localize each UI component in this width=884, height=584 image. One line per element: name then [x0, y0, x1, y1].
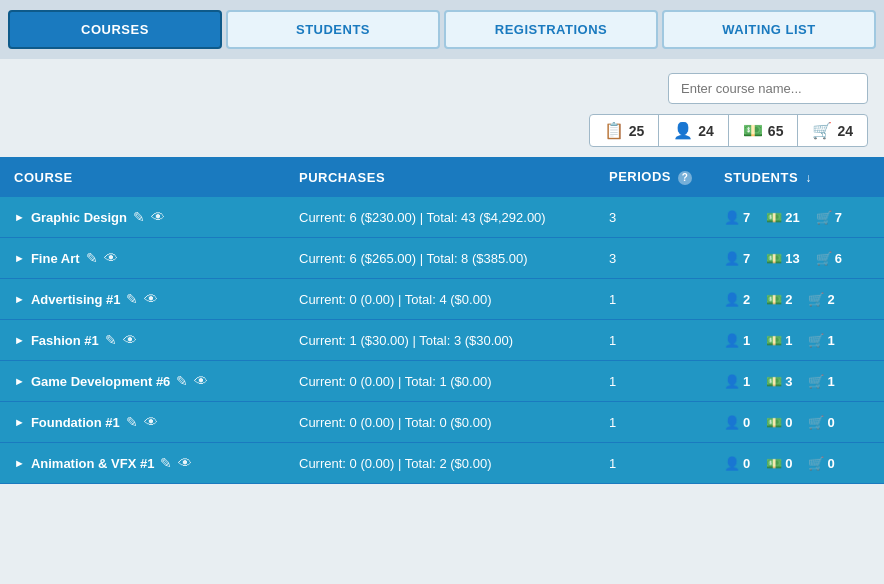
edit-icon-1[interactable]: ✎	[86, 250, 98, 266]
student-count-0: 👤 7	[724, 210, 750, 225]
header-periods: PERIODS ?	[595, 157, 710, 197]
cart-value-2: 2	[827, 292, 834, 307]
cart-icon-4: 🛒	[808, 374, 824, 389]
periods-help-icon[interactable]: ?	[678, 171, 692, 185]
course-cell-1: ► Fine Art ✎ 👁	[0, 238, 285, 279]
table-row: ► Game Development #6 ✎ 👁 Current: 0 (0.…	[0, 361, 884, 402]
view-icon-2[interactable]: 👁	[144, 291, 158, 307]
view-icon-6[interactable]: 👁	[178, 455, 192, 471]
cart-count-5: 🛒 0	[808, 415, 834, 430]
students-cell-2: 👤 2 💵 2 🛒 2	[710, 279, 884, 320]
purchases-cell-0: Current: 6 ($230.00) | Total: 43 ($4,292…	[285, 197, 595, 238]
cart-icon-1: 🛒	[816, 251, 832, 266]
cart-value-4: 1	[827, 374, 834, 389]
revenue-count-5: 💵 0	[766, 415, 792, 430]
stats-box: 📋 25 👤 24 💵 65 🛒 24	[589, 114, 868, 147]
header-students: STUDENTS ↓	[710, 157, 884, 197]
cart-value-6: 0	[827, 456, 834, 471]
table-row: ► Animation & VFX #1 ✎ 👁 Current: 0 (0.0…	[0, 443, 884, 484]
student-value-3: 1	[743, 333, 750, 348]
revenue-value-1: 13	[785, 251, 799, 266]
view-icon-1[interactable]: 👁	[104, 250, 118, 266]
revenue-count-6: 💵 0	[766, 456, 792, 471]
table-row: ► Foundation #1 ✎ 👁 Current: 0 (0.00) | …	[0, 402, 884, 443]
revenue-value-5: 0	[785, 415, 792, 430]
edit-icon-2[interactable]: ✎	[126, 291, 138, 307]
revenue-icon-1: 💵	[766, 251, 782, 266]
cart-icon-6: 🛒	[808, 456, 824, 471]
student-value-4: 1	[743, 374, 750, 389]
revenue-value-0: 21	[785, 210, 799, 225]
cart-stat-item: 🛒 24	[798, 115, 867, 146]
row-expand-icon-1[interactable]: ►	[14, 252, 25, 264]
tab-students[interactable]: STUDENTS	[226, 10, 440, 49]
purchases-cell-2: Current: 0 (0.00) | Total: 4 ($0.00)	[285, 279, 595, 320]
course-cell-0: ► Graphic Design ✎ 👁	[0, 197, 285, 238]
course-name-3: Fashion #1	[31, 333, 99, 348]
view-icon-4[interactable]: 👁	[194, 373, 208, 389]
revenue-count-0: 💵 21	[766, 210, 799, 225]
row-expand-icon-3[interactable]: ►	[14, 334, 25, 346]
revenue-count-3: 💵 1	[766, 333, 792, 348]
view-icon-3[interactable]: 👁	[123, 332, 137, 348]
edit-icon-0[interactable]: ✎	[133, 209, 145, 225]
purchases-cell-5: Current: 0 (0.00) | Total: 0 ($0.00)	[285, 402, 595, 443]
student-icon-0: 👤	[724, 210, 740, 225]
view-icon-5[interactable]: 👁	[144, 414, 158, 430]
tab-registrations[interactable]: REGISTRATIONS	[444, 10, 658, 49]
revenue-count-4: 💵 3	[766, 374, 792, 389]
course-cell-5: ► Foundation #1 ✎ 👁	[0, 402, 285, 443]
course-cell-3: ► Fashion #1 ✎ 👁	[0, 320, 285, 361]
course-name-0: Graphic Design	[31, 210, 127, 225]
cart-value-0: 7	[835, 210, 842, 225]
cart-value-5: 0	[827, 415, 834, 430]
course-name-4: Game Development #6	[31, 374, 170, 389]
row-expand-icon-4[interactable]: ►	[14, 375, 25, 387]
course-name-2: Advertising #1	[31, 292, 121, 307]
student-icon-3: 👤	[724, 333, 740, 348]
table-header-row: COURSE PURCHASES PERIODS ? STUDENTS ↓	[0, 157, 884, 197]
stats-bar: 📋 25 👤 24 💵 65 🛒 24	[0, 110, 884, 157]
revenue-value-3: 1	[785, 333, 792, 348]
students-stat-icon: 👤	[673, 121, 693, 140]
revenue-icon-3: 💵	[766, 333, 782, 348]
tab-courses[interactable]: COURSES	[8, 10, 222, 49]
table-row: ► Fashion #1 ✎ 👁 Current: 1 ($30.00) | T…	[0, 320, 884, 361]
search-area	[0, 59, 884, 110]
periods-label: PERIODS	[609, 169, 671, 184]
row-expand-icon-2[interactable]: ►	[14, 293, 25, 305]
edit-icon-3[interactable]: ✎	[105, 332, 117, 348]
revenue-value-2: 2	[785, 292, 792, 307]
cart-count-6: 🛒 0	[808, 456, 834, 471]
student-count-5: 👤 0	[724, 415, 750, 430]
student-value-5: 0	[743, 415, 750, 430]
search-input[interactable]	[668, 73, 868, 104]
purchases-cell-4: Current: 0 (0.00) | Total: 1 ($0.00)	[285, 361, 595, 402]
row-expand-icon-0[interactable]: ►	[14, 211, 25, 223]
purchases-cell-1: Current: 6 ($265.00) | Total: 8 ($385.00…	[285, 238, 595, 279]
cart-icon-5: 🛒	[808, 415, 824, 430]
student-icon-2: 👤	[724, 292, 740, 307]
student-icon-1: 👤	[724, 251, 740, 266]
student-value-6: 0	[743, 456, 750, 471]
revenue-stat-icon: 💵	[743, 121, 763, 140]
students-stat-item: 👤 24	[659, 115, 729, 146]
courses-stat-item: 📋 25	[590, 115, 660, 146]
cart-icon-2: 🛒	[808, 292, 824, 307]
revenue-icon-4: 💵	[766, 374, 782, 389]
student-icon-5: 👤	[724, 415, 740, 430]
edit-icon-5[interactable]: ✎	[126, 414, 138, 430]
students-sort-icon[interactable]: ↓	[805, 171, 812, 185]
student-icon-4: 👤	[724, 374, 740, 389]
revenue-icon-2: 💵	[766, 292, 782, 307]
row-expand-icon-6[interactable]: ►	[14, 457, 25, 469]
students-cell-0: 👤 7 💵 21 🛒 7	[710, 197, 884, 238]
edit-icon-6[interactable]: ✎	[160, 455, 172, 471]
edit-icon-4[interactable]: ✎	[176, 373, 188, 389]
tab-waiting-list[interactable]: WAITING LIST	[662, 10, 876, 49]
course-cell-6: ► Animation & VFX #1 ✎ 👁	[0, 443, 285, 484]
students-cell-5: 👤 0 💵 0 🛒 0	[710, 402, 884, 443]
row-expand-icon-5[interactable]: ►	[14, 416, 25, 428]
view-icon-0[interactable]: 👁	[151, 209, 165, 225]
courses-stat-icon: 📋	[604, 121, 624, 140]
